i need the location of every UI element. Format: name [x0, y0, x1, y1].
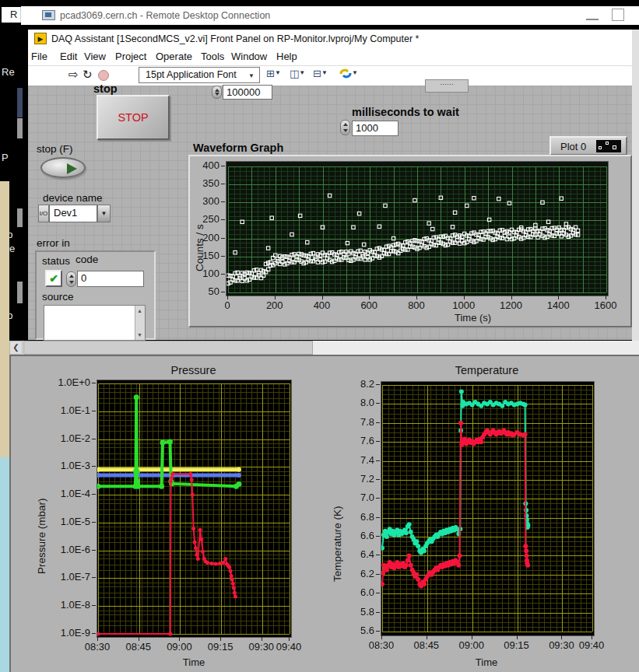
- menu-file[interactable]: File: [31, 51, 47, 62]
- background-text-fragment: P: [2, 152, 9, 163]
- tick-mark: [227, 296, 228, 299]
- tick-label: 1.0E-6: [37, 544, 90, 555]
- code-input[interactable]: 0: [77, 271, 144, 287]
- temperature-plot-area[interactable]: [381, 381, 595, 636]
- status-label: status: [42, 255, 70, 267]
- minimize-icon[interactable]: [586, 12, 599, 20]
- tick-label: 1.0E-9: [37, 627, 90, 639]
- tick-label: 300: [188, 195, 219, 207]
- stop-f-switch[interactable]: [40, 157, 86, 178]
- waveform-xlabel: Time (s): [455, 312, 525, 324]
- tick-label: 09:40: [571, 639, 612, 651]
- tick-label: 6.0: [334, 586, 374, 598]
- background-window-edge: [0, 181, 9, 457]
- source-textarea[interactable]: ▲▼: [44, 305, 146, 341]
- tick-label: 1000: [445, 299, 483, 311]
- tick-label: 600: [350, 299, 388, 311]
- rdp-icon: [42, 10, 55, 20]
- tick-label: 100: [188, 268, 219, 279]
- background-window-edge: [0, 457, 9, 672]
- tick-mark: [139, 637, 139, 641]
- tick-label: 08:45: [406, 639, 447, 651]
- code-label: code: [75, 254, 98, 265]
- run-button[interactable]: ⇨: [68, 68, 79, 82]
- resize-objects-button[interactable]: ⊟▼: [313, 68, 328, 79]
- background-text-fragment: Re: [2, 66, 15, 78]
- waveform-graph-title: Waveform Graph: [193, 142, 283, 154]
- toolbar: ⇨ ↻ 15pt Application Font▼ ⊞▼ ◫▼ ⊟▼ ▼: [28, 66, 639, 86]
- code-spinner[interactable]: [66, 271, 76, 287]
- scrollbar[interactable]: ▲▼: [135, 306, 145, 340]
- waveform-graph[interactable]: Counts / s Time (s) 40035030025020015010…: [188, 155, 632, 327]
- tick-label: 09:00: [451, 639, 492, 651]
- status-check-button[interactable]: ✔: [45, 270, 62, 287]
- scrollbar-thumb[interactable]: [23, 341, 313, 355]
- tick-mark: [221, 238, 225, 239]
- stop-button[interactable]: STOP: [97, 95, 170, 140]
- tick-mark: [376, 536, 380, 537]
- pressure-xlabel: Time: [177, 656, 210, 668]
- menu-help[interactable]: Help: [276, 51, 297, 62]
- tick-mark: [92, 605, 96, 606]
- tick-label: 7.4: [334, 454, 374, 466]
- tick-label: 6.2: [334, 568, 374, 579]
- tick-mark: [289, 637, 290, 641]
- menu-edit[interactable]: Edit: [60, 51, 77, 62]
- scroll-down-icon: ▼: [137, 332, 142, 338]
- tick-mark: [92, 494, 96, 495]
- tick-mark: [472, 635, 472, 639]
- menu-tools[interactable]: Tools: [201, 51, 224, 62]
- device-dropdown-icon[interactable]: ▼: [97, 205, 111, 222]
- menu-operate[interactable]: Operate: [156, 51, 192, 62]
- tick-mark: [376, 479, 380, 480]
- labview-titlebar: ▶ DAQ Assistant [1SecondMCS_v2.vi] Front…: [28, 30, 639, 48]
- tick-label: 5.6: [334, 625, 374, 636]
- tick-mark: [592, 635, 592, 639]
- tick-mark: [517, 635, 518, 639]
- menu-project[interactable]: Project: [115, 51, 146, 62]
- tick-mark: [92, 383, 96, 383]
- menu-view[interactable]: View: [84, 51, 106, 62]
- tick-label: 1600: [587, 299, 624, 311]
- tick-label: 800: [398, 299, 435, 311]
- font-selector[interactable]: 15pt Application Font▼: [139, 67, 260, 83]
- tick-label: 1400: [539, 299, 577, 311]
- stop-label: stop: [93, 82, 118, 95]
- scroll-left-icon[interactable]: ❮: [9, 341, 23, 355]
- tick-mark: [221, 201, 225, 202]
- pressure-plot-area[interactable]: [97, 380, 292, 638]
- ms-wait-spinner[interactable]: [340, 120, 350, 135]
- samples-input[interactable]: 100000: [223, 85, 272, 100]
- ms-wait-input[interactable]: 1000: [352, 121, 398, 136]
- rdp-titlebar: pcad3069.cern.ch - Remote Desktop Connec…: [21, 6, 639, 25]
- tick-label: 08:30: [361, 639, 402, 651]
- horizontal-scrollbar[interactable]: ❮: [9, 341, 639, 355]
- samples-spinner[interactable]: [212, 86, 222, 99]
- tick-mark: [427, 635, 427, 639]
- plot-legend[interactable]: Plot 0: [549, 136, 627, 156]
- device-name-combo[interactable]: Dev1: [49, 205, 97, 222]
- tick-label: 350: [188, 177, 219, 189]
- pressure-chart-title: Pressure: [97, 364, 290, 376]
- maximize-icon[interactable]: [612, 9, 624, 21]
- distribute-objects-button[interactable]: ◫▼: [290, 68, 305, 79]
- temperature-xlabel: Time: [470, 656, 503, 668]
- run-continuous-button[interactable]: ↻: [83, 68, 93, 82]
- tick-label: 400: [188, 159, 219, 171]
- menu-window[interactable]: Window: [231, 51, 267, 62]
- waveform-plot-area[interactable]: [226, 161, 609, 296]
- tick-label: 09:00: [159, 641, 199, 653]
- tick-label: 1.0E-7: [37, 571, 90, 583]
- align-objects-button[interactable]: ⊞▼: [266, 68, 281, 79]
- tick-mark: [416, 296, 417, 299]
- tick-label: 5.8: [334, 606, 374, 618]
- background-window-fragment: [17, 282, 23, 303]
- labview-window-title: DAQ Assistant [1SecondMCS_v2.vi] Front P…: [51, 33, 419, 44]
- tick-mark: [221, 184, 225, 184]
- background-window-scrap: R: [2, 7, 21, 23]
- reorder-button[interactable]: ▼: [339, 68, 358, 79]
- tick-label: 250: [188, 213, 219, 225]
- abort-button[interactable]: [98, 70, 109, 81]
- error-in-label: error in: [37, 237, 70, 249]
- tick-mark: [92, 577, 96, 578]
